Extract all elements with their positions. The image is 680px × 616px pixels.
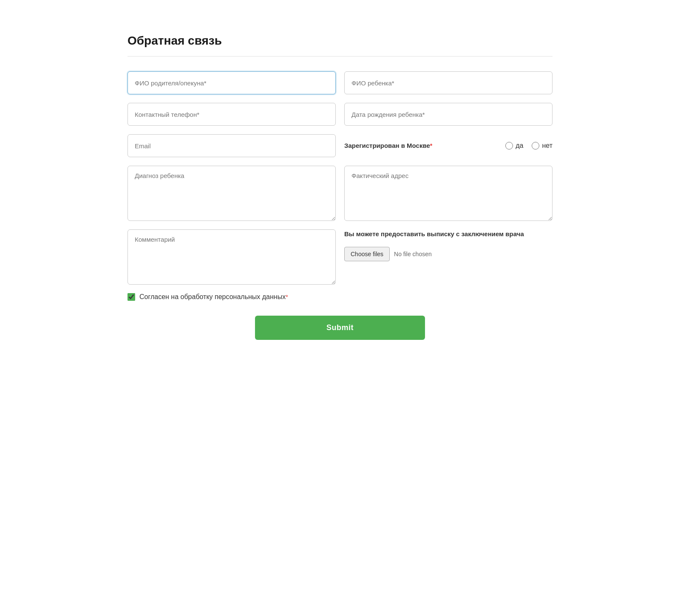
birthdate-field (344, 103, 552, 126)
form-container: Обратная связь (106, 17, 574, 365)
registered-row: Зарегистрирован в Москве* да нет (344, 141, 552, 150)
address-field (344, 166, 552, 221)
comment-textarea[interactable] (128, 229, 336, 285)
phone-field (128, 103, 336, 126)
radio-yes-label: да (516, 142, 523, 150)
row-4 (128, 166, 552, 221)
child-name-input[interactable] (344, 71, 552, 94)
comment-field (128, 229, 336, 285)
birthdate-input[interactable] (344, 103, 552, 126)
choose-files-button[interactable]: Choose files (344, 247, 390, 261)
row-5: Вы можете предоставить выписку с заключе… (128, 229, 552, 285)
email-field (128, 134, 336, 157)
parent-name-field (128, 71, 336, 94)
diagnosis-textarea[interactable] (128, 166, 336, 221)
row-3: Зарегистрирован в Москве* да нет (128, 134, 552, 157)
child-name-field (344, 71, 552, 94)
diagnosis-field (128, 166, 336, 221)
registered-field: Зарегистрирован в Москве* да нет (344, 134, 552, 157)
email-input[interactable] (128, 134, 336, 157)
radio-yes-option[interactable]: да (505, 142, 523, 150)
radio-no-input[interactable] (532, 142, 539, 150)
submit-button[interactable]: Submit (255, 316, 425, 340)
consent-row: Согласен на обработку персональных данны… (128, 293, 552, 301)
row-2 (128, 103, 552, 126)
consent-checkbox[interactable] (128, 293, 135, 301)
row-1 (128, 71, 552, 94)
phone-input[interactable] (128, 103, 336, 126)
feedback-form: Зарегистрирован в Москве* да нет (128, 71, 552, 340)
divider (128, 56, 552, 57)
radio-group: да нет (505, 142, 552, 150)
page-title: Обратная связь (128, 34, 552, 48)
radio-no-label: нет (542, 142, 552, 150)
parent-name-input[interactable] (128, 71, 336, 94)
address-textarea[interactable] (344, 166, 552, 221)
file-upload-row: Choose files No file chosen (344, 247, 552, 261)
no-file-text: No file chosen (394, 251, 432, 257)
radio-yes-input[interactable] (505, 142, 513, 150)
file-description: Вы можете предоставить выписку с заключе… (344, 229, 552, 239)
radio-no-option[interactable]: нет (532, 142, 552, 150)
registered-label: Зарегистрирован в Москве* (344, 141, 497, 150)
file-upload-section: Вы можете предоставить выписку с заключе… (344, 229, 552, 285)
consent-label[interactable]: Согласен на обработку персональных данны… (139, 293, 288, 301)
